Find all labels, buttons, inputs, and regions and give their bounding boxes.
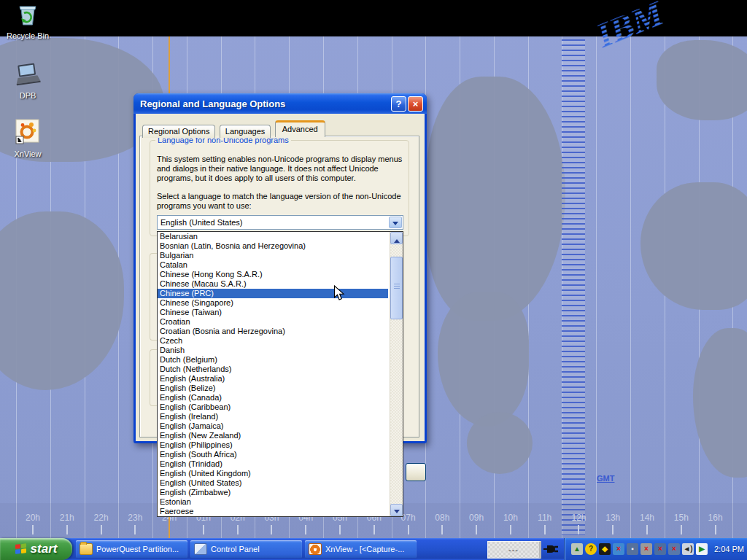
language-option[interactable]: Chinese (Hong Kong S.A.R.) [158,270,388,279]
close-button[interactable]: × [408,96,423,112]
scroll-down-button[interactable] [390,504,403,516]
taskbar-window-label: PowerQuest Partition... [96,545,179,553]
volume-tray-icon[interactable]: ◄) [682,543,694,555]
timezone-label: 09h [469,513,484,523]
laptop-icon [14,61,42,88]
continent-shape [467,412,533,474]
taskbar-window-button[interactable]: Control Panel [190,540,302,558]
timezone-tick [339,525,341,534]
language-option[interactable]: Chinese (Singapore) [158,298,388,308]
language-option[interactable]: English (Philippines) [158,440,388,450]
language-option[interactable]: Belarusian [158,232,388,241]
language-option[interactable]: English (United Kingdom) [158,469,388,478]
taskbar-window-buttons: PowerQuest Partition... Control Panel Xn… [76,540,417,558]
desktop-icon-recycle-bin[interactable]: Recycle Bin [0,3,55,40]
language-option[interactable]: Dutch (Belgium) [158,355,388,365]
language-option[interactable]: English (Australia) [158,374,388,384]
language-combobox[interactable]: English (United States) [157,215,403,230]
continent-shape [0,211,124,390]
language-option[interactable]: English (Jamaica) [158,421,388,431]
language-option[interactable]: Croatian [158,317,388,327]
signal-error-tray-icon[interactable]: × [640,543,652,555]
taskbar-clock[interactable]: 2:04 PM [714,545,744,553]
taskbar-window-icon [80,543,93,555]
list-scrollbar[interactable] [390,232,403,516]
tab[interactable]: Regional Options [142,125,215,138]
status-help-tray-icon[interactable]: ? [585,543,597,555]
recycle-bin-icon [15,3,40,28]
language-option[interactable]: Croatian (Bosnia and Herzegovina) [158,327,388,336]
language-option[interactable]: Chinese (PRC) [158,289,388,298]
tray-icons: ▲ ? ◆ × ▪ × × × ◄) ▶ [571,543,708,555]
desktop-icon-xnview[interactable]: XnView [0,118,55,158]
timezone-label: 20h [26,513,40,523]
language-option[interactable]: English (South Africa) [158,450,388,459]
timezone-label: 16h [708,513,723,523]
language-option[interactable]: Chinese (Taiwan) [158,308,388,317]
timezone-tick [66,525,68,534]
system-tray: ▲ ? ◆ × ▪ × × × ◄) ▶ 2:04 PM [565,538,747,560]
language-option[interactable]: Chinese (Macau S.A.R.) [158,279,388,289]
network-tray-icon[interactable]: ▪ [627,543,638,555]
timezone-label: 15h [674,513,689,523]
language-dropdown-list: Belarusian Bosnian (Latin, Bosnia and He… [157,231,403,517]
language-option[interactable]: Dutch (Netherlands) [158,365,388,374]
language-option[interactable]: Bosnian (Latin, Bosnia and Herzegovina) [158,241,388,251]
mail-tray-icon[interactable]: ◆ [599,543,611,555]
timezone-tick [715,525,716,534]
mouse-cursor [333,285,346,302]
language-option[interactable]: Czech [158,336,388,346]
language-flag-tray-icon[interactable]: ▶ [696,543,708,555]
language-option[interactable]: Bulgarian [158,251,388,260]
help-button[interactable]: ? [391,96,406,112]
timezone-label: 23h [128,513,142,523]
xnview-shortcut-icon [15,118,41,146]
timezone-label: 22h [94,513,109,523]
hidden-groupbox-edge [150,253,157,341]
messenger-error-tray-icon[interactable]: × [613,543,624,555]
power-meter[interactable]: --- [487,541,541,559]
timezone-tick [408,525,409,534]
dialog-titlebar[interactable]: Regional and Language Options ? × [133,93,427,114]
scroll-up-button[interactable] [390,232,403,244]
timezone-tick [271,525,272,534]
apply-button-fragment[interactable] [406,463,426,481]
desktop-icon-label: Recycle Bin [0,31,55,40]
language-option[interactable]: Danish [158,346,388,355]
timezone-label: 11h [538,513,551,523]
language-option[interactable]: English (Belize) [158,384,388,393]
language-option[interactable]: English (Caribbean) [158,402,388,412]
language-option[interactable]: Estonian [158,497,388,507]
scrollbar-thumb[interactable] [390,257,403,319]
continent-shape [427,77,565,321]
gmt-label: GMT [597,474,614,483]
desktop-icon-dpb[interactable]: DPB [0,61,55,100]
timezone-tick [32,525,34,534]
datakeeper-tray-icon[interactable]: ▲ [571,543,583,555]
language-option[interactable]: English (Zimbabwe) [158,488,388,497]
timezone-label: 10h [503,513,518,523]
language-option[interactable]: English (New Zealand) [158,431,388,440]
tab[interactable]: Advanced [275,120,325,137]
select-language-prompt: Select a language to match the language … [157,192,415,211]
start-button[interactable]: start [0,538,72,560]
hidden-groupbox-edge [150,349,157,406]
wireless-error-tray-icon[interactable]: × [668,543,680,555]
timezone-label: 21h [60,513,74,523]
language-option[interactable]: English (Ireland) [158,412,388,421]
language-option[interactable]: Faeroese [158,507,388,516]
language-option[interactable]: English (United States) [158,478,388,488]
continent-shape [693,328,747,478]
connection-error-tray-icon[interactable]: × [654,543,666,555]
timezone-tick [578,525,579,534]
taskbar-window-button[interactable]: XnView - [<Capture-... [305,540,417,558]
combobox-dropdown-button[interactable] [389,217,402,228]
language-option[interactable]: English (Canada) [158,393,388,402]
taskbar-window-button[interactable]: PowerQuest Partition... [76,540,187,558]
start-button-label: start [31,542,58,556]
language-option[interactable]: English (Trinidad) [158,459,388,469]
language-option[interactable]: Catalan [158,260,388,270]
timezone-tick [510,525,511,534]
timezone-tick [441,525,443,534]
tab[interactable]: Languages [220,125,271,138]
